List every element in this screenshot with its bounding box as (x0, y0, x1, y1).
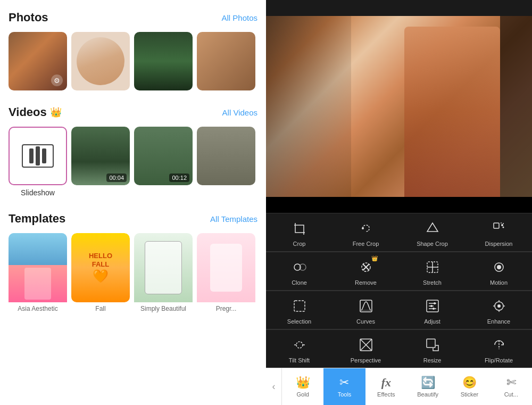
beautify-label: Beautify (417, 391, 438, 398)
template-preg[interactable]: Pregr... (197, 233, 255, 312)
svg-point-6 (503, 223, 504, 224)
tool-dispersion[interactable]: Dispersion (466, 213, 532, 251)
cut-icon: ✄ (506, 376, 516, 390)
nav-beautify[interactable]: 🔄 Beautify (407, 368, 448, 405)
svg-line-39 (366, 345, 372, 351)
svg-point-24 (430, 305, 433, 307)
motion-label: Motion (490, 279, 508, 286)
photos-row: ⚙ (9, 32, 257, 90)
svg-point-31 (497, 304, 501, 308)
photos-section-header: Photos All Photos (9, 11, 257, 24)
crop-icon (290, 219, 309, 238)
photo-thumb-1[interactable]: ⚙ (9, 32, 67, 90)
rock-bg (266, 16, 532, 197)
svg-marker-1 (427, 223, 438, 232)
tool-perspective[interactable]: Perspective (332, 330, 399, 368)
tilt-shift-icon (290, 335, 309, 354)
template-simply-label: Simply Beautiful (134, 305, 193, 312)
tool-clone[interactable]: Clone (266, 252, 332, 290)
tool-tilt-shift[interactable]: Tilt Shift (266, 330, 332, 368)
templates-row: Asia Aesthetic HELLOFALL 🧡 Fall Simply B… (9, 233, 257, 312)
slideshow-item[interactable]: Slideshow (9, 127, 67, 197)
tool-curves[interactable]: Curves (332, 291, 399, 329)
right-panel: Crop Free Crop Shape Crop Dispersion (266, 0, 532, 405)
nav-gold[interactable]: 👑 Gold (282, 368, 323, 405)
video-thumb-1[interactable]: 00:04 (71, 127, 130, 185)
template-fall[interactable]: HELLOFALL 🧡 Fall (71, 233, 130, 312)
back-button[interactable]: ‹ (266, 368, 282, 405)
svg-point-32 (296, 342, 303, 348)
clone-icon (290, 258, 309, 277)
nav-sticker[interactable]: 😊 Sticker (448, 368, 490, 405)
tool-shape-crop[interactable]: Shape Crop (399, 213, 466, 251)
templates-section-header: Templates All Templates (9, 212, 257, 226)
svg-point-5 (501, 222, 502, 224)
tool-flip-rotate[interactable]: Flip/Rotate (466, 330, 532, 368)
adjust-label: Adjust (424, 318, 440, 325)
canvas-dark-top (266, 0, 532, 16)
shape-crop-icon (423, 219, 442, 238)
all-templates-link[interactable]: All Templates (210, 214, 257, 224)
tools-row-1: Crop Free Crop Shape Crop Dispersion (266, 213, 532, 251)
svg-point-25 (433, 308, 435, 310)
svg-line-36 (360, 339, 366, 345)
template-asia-img (9, 233, 67, 302)
video-thumb-3[interactable] (197, 127, 255, 185)
tool-remove[interactable]: 👑 Remove (332, 252, 399, 290)
adjust-icon (423, 296, 442, 316)
svg-point-0 (362, 227, 364, 229)
tool-crop[interactable]: Crop (266, 213, 332, 251)
flip-rotate-icon (489, 335, 509, 354)
sticker-label: Sticker (461, 391, 479, 398)
remove-crown-badge: 👑 (371, 255, 378, 261)
tools-icon: ✂ (339, 376, 349, 390)
tools-row-4: Tilt Shift Perspective Resize Flip/Rotat… (266, 329, 532, 368)
all-photos-link[interactable]: All Photos (221, 13, 257, 22)
video-thumb-2[interactable]: 00:12 (134, 127, 193, 185)
nav-cut[interactable]: ✄ Cut... (491, 368, 532, 405)
perspective-icon (356, 335, 376, 354)
resize-icon (423, 335, 442, 354)
effects-icon: fx (381, 376, 391, 390)
template-simply-img (134, 233, 193, 302)
videos-row: Slideshow 00:04 00:12 (9, 127, 257, 197)
gold-icon: 👑 (296, 376, 310, 390)
canvas-dark-bottom (266, 197, 532, 213)
template-asia[interactable]: Asia Aesthetic (9, 233, 67, 312)
svg-rect-40 (427, 339, 435, 348)
photo-thumb-2[interactable] (71, 32, 130, 90)
tool-resize[interactable]: Resize (399, 330, 466, 368)
slideshow-card[interactable] (9, 127, 67, 185)
stretch-icon (423, 258, 442, 277)
videos-crown-icon: 👑 (50, 106, 62, 118)
photo-thumb-4[interactable] (197, 32, 255, 90)
svg-point-23 (434, 302, 436, 304)
nav-tools[interactable]: ✂ Tools (323, 368, 365, 405)
cut-label: Cut... (504, 391, 518, 398)
nav-effects[interactable]: fx Effects (365, 368, 407, 405)
clone-label: Clone (292, 279, 307, 286)
sticker-icon: 😊 (462, 376, 477, 390)
tools-label: Tools (338, 391, 352, 398)
templates-title: Templates (9, 212, 65, 226)
template-preg-label: Pregr... (197, 305, 255, 312)
template-preg-img (197, 233, 255, 302)
stretch-label: Stretch (423, 279, 442, 286)
selection-label: Selection (287, 318, 311, 325)
motion-icon (489, 258, 509, 277)
tool-free-crop[interactable]: Free Crop (332, 213, 399, 251)
tool-motion[interactable]: Motion (466, 252, 532, 290)
perspective-label: Perspective (351, 357, 381, 363)
free-crop-icon (356, 219, 376, 238)
tool-adjust[interactable]: Adjust (399, 291, 466, 329)
flip-rotate-label: Flip/Rotate (485, 357, 513, 363)
gold-label: Gold (297, 391, 309, 398)
photo-thumb-3[interactable] (134, 32, 193, 90)
all-videos-link[interactable]: All Videos (222, 108, 257, 117)
template-simply[interactable]: Simply Beautiful (134, 233, 193, 312)
tool-enhance[interactable]: Enhance (466, 291, 532, 329)
video-duration-1: 00:04 (106, 173, 127, 182)
tool-stretch[interactable]: Stretch (399, 252, 466, 290)
tool-selection[interactable]: Selection (266, 291, 332, 329)
curves-label: Curves (356, 318, 375, 325)
